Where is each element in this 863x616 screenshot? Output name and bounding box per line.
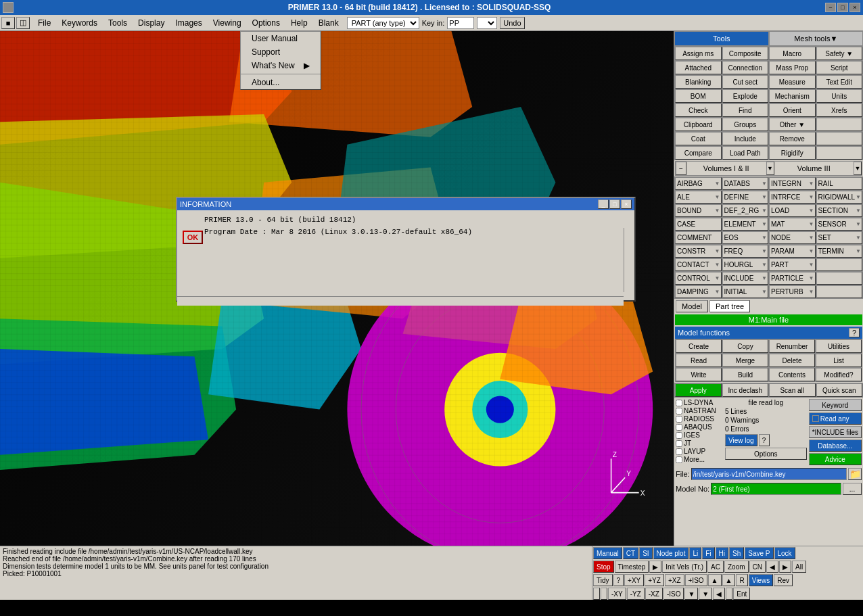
- kw-rigidwall[interactable]: RIGIDWALL▼: [816, 191, 863, 204]
- kw-comment[interactable]: COMMENT: [675, 231, 722, 244]
- database-btn[interactable]: Database...: [809, 440, 862, 452]
- btn-xrefs[interactable]: Xrefs: [816, 103, 863, 117]
- btn-hi[interactable]: Hi: [716, 547, 728, 559]
- btn-down-arrow[interactable]: ▼: [684, 588, 698, 600]
- func-copy[interactable]: Copy: [722, 339, 768, 353]
- dialog-scrollbar-h[interactable]: [177, 296, 624, 306]
- btn-mass-prop[interactable]: Mass Prop: [769, 61, 816, 74]
- btn-text-edit[interactable]: Text Edit: [816, 75, 863, 89]
- view-log-btn[interactable]: View log: [725, 434, 757, 446]
- btn-composite[interactable]: Composite: [722, 47, 769, 60]
- kw-include[interactable]: INCLUDE▼: [722, 272, 769, 285]
- btn-li[interactable]: Li: [689, 547, 701, 559]
- dialog-max-btn[interactable]: □: [609, 199, 620, 209]
- part-tree-btn[interactable]: Part tree: [709, 300, 750, 312]
- func-build[interactable]: Build: [722, 368, 768, 381]
- kw-define[interactable]: DEFINE▼: [722, 191, 769, 204]
- help-user-manual[interactable]: User Manual: [241, 32, 321, 45]
- kw-termin[interactable]: TERMIN▼: [816, 245, 863, 258]
- kw-freq[interactable]: FREQ▼: [722, 245, 769, 258]
- kw-ale[interactable]: ALE▼: [675, 191, 722, 204]
- kw-integrn[interactable]: INTEGRN▼: [769, 177, 816, 190]
- func-create[interactable]: Create: [676, 339, 722, 353]
- tab-mesh-tools[interactable]: Mesh tools ▼: [769, 31, 864, 46]
- advice-btn[interactable]: Advice: [809, 453, 862, 465]
- main-file-bar[interactable]: M1:Main file: [675, 314, 862, 325]
- menu-images[interactable]: Images: [170, 17, 207, 29]
- btn-minus-yz[interactable]: -YZ: [627, 588, 645, 600]
- kw-constr[interactable]: CONSTR▼: [675, 245, 722, 258]
- menu-options[interactable]: Options: [247, 17, 285, 29]
- file-path-input[interactable]: [691, 468, 847, 480]
- btn-views[interactable]: Views: [749, 574, 774, 586]
- btn-stop[interactable]: Stop: [593, 561, 614, 573]
- model-no-btn[interactable]: ...: [843, 483, 862, 495]
- kw-section[interactable]: SECTION▼: [816, 204, 863, 217]
- toolbar-icon2[interactable]: ◫: [16, 17, 30, 29]
- btn-clipboard[interactable]: Clipboard: [675, 118, 722, 131]
- btn-init-vels[interactable]: Init Vels (Tr.): [662, 561, 707, 573]
- kw-node[interactable]: NODE▼: [769, 231, 816, 244]
- btn-r[interactable]: R: [736, 574, 747, 586]
- btn-find[interactable]: Find: [722, 103, 769, 117]
- key-in-input[interactable]: [447, 17, 474, 29]
- btn-plus-xz[interactable]: +XZ: [665, 574, 684, 586]
- dialog-close-btn[interactable]: ×: [621, 199, 632, 209]
- btn-plus-yz[interactable]: +YZ: [645, 574, 664, 586]
- btn-assign-ms[interactable]: Assign ms: [675, 47, 722, 60]
- kw-eos[interactable]: EOS▼: [722, 231, 769, 244]
- log-help-btn[interactable]: ?: [759, 434, 770, 446]
- kw-sensor[interactable]: SENSOR▼: [816, 218, 863, 231]
- dialog-scrollbar-v[interactable]: [624, 228, 634, 292]
- btn-si[interactable]: SI: [639, 547, 652, 559]
- btn-rot-up[interactable]: ▲: [722, 574, 736, 586]
- kw-damping[interactable]: DAMPING▼: [675, 285, 722, 298]
- btn-nav-left[interactable]: ◀: [766, 561, 778, 573]
- viewport[interactable]: X Y Z INFORMATION _ □ ×: [0, 31, 674, 546]
- model-no-input[interactable]: [711, 483, 841, 495]
- kw-control[interactable]: CONTROL▼: [675, 272, 722, 285]
- func-renumber[interactable]: Renumber: [769, 339, 815, 353]
- vol-minus-btn[interactable]: −: [676, 162, 686, 175]
- btn-tidy[interactable]: Tidy: [593, 574, 613, 586]
- btn-bom[interactable]: BOM: [675, 89, 722, 103]
- kw-contact[interactable]: CONTACT▼: [675, 258, 722, 271]
- undo-button[interactable]: Undo: [500, 17, 524, 29]
- btn-include[interactable]: Include: [722, 132, 769, 145]
- btn-measure[interactable]: Measure: [769, 75, 816, 89]
- btn-orient[interactable]: Orient: [769, 103, 816, 117]
- btn-groups[interactable]: Groups: [722, 118, 769, 131]
- btn-check[interactable]: Check: [675, 103, 722, 117]
- kw-perturb[interactable]: PERTURB▼: [769, 285, 816, 298]
- btn-timestep[interactable]: Timestep: [615, 561, 649, 573]
- btn-rigidify[interactable]: Rigidify: [769, 146, 816, 160]
- model-btn[interactable]: Model: [676, 300, 708, 312]
- btn-blanking[interactable]: Blanking: [675, 75, 722, 89]
- btn-ts-arrow[interactable]: ▶: [649, 561, 661, 573]
- kw-part[interactable]: PART▼: [769, 258, 816, 271]
- kw-intrfce[interactable]: INTRFCE▼: [769, 191, 816, 204]
- menu-tools[interactable]: Tools: [103, 17, 133, 29]
- btn-safety[interactable]: Safety ▼: [816, 47, 863, 60]
- btn-ent[interactable]: Ent: [733, 588, 750, 600]
- func-list[interactable]: List: [816, 354, 862, 367]
- kw-bound[interactable]: BOUND▼: [675, 204, 722, 217]
- btn-cn[interactable]: CN: [749, 561, 766, 573]
- toolbar-icon1[interactable]: ■: [1, 17, 15, 29]
- kw-set[interactable]: SET▼: [816, 231, 863, 244]
- btn-compare[interactable]: Compare: [675, 146, 722, 160]
- kw-def2rg[interactable]: DEF_2_RG▼: [722, 204, 769, 217]
- btn-plus-xy[interactable]: +XY: [624, 574, 644, 586]
- model-functions-help[interactable]: ?: [849, 328, 860, 337]
- include-files-btn[interactable]: *INCLUDE files: [809, 426, 862, 438]
- kw-rail[interactable]: RAIL: [816, 177, 863, 190]
- func-utilities[interactable]: Utilities: [816, 339, 862, 353]
- menu-file[interactable]: File: [32, 17, 56, 29]
- btn-node-plot[interactable]: Node plot: [653, 547, 689, 559]
- func-merge[interactable]: Merge: [722, 354, 768, 367]
- help-about[interactable]: About...: [241, 76, 321, 89]
- func-delete[interactable]: Delete: [769, 354, 815, 367]
- key-dropdown[interactable]: [477, 17, 497, 29]
- func-write[interactable]: Write: [676, 368, 722, 381]
- btn-coat[interactable]: Coat: [675, 132, 722, 145]
